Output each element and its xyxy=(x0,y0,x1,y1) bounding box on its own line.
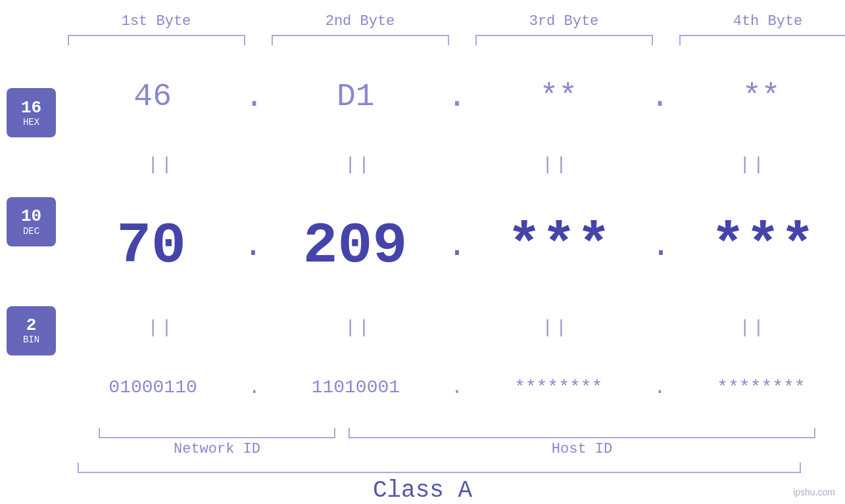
dec-b2-cell: 209 xyxy=(266,214,444,279)
network-id-label: Network ID xyxy=(99,441,335,457)
class-section: Class A xyxy=(0,463,845,504)
dec-b4: *** xyxy=(711,214,815,279)
bin-row: 01000110 . 11010001 . ******** . *******… xyxy=(62,377,845,399)
bin-b4-cell: ******** xyxy=(672,377,845,398)
bracket-byte2 xyxy=(272,35,449,45)
eq5: || xyxy=(72,317,250,338)
hex-dot3: . xyxy=(650,78,670,116)
eq1: || xyxy=(72,154,250,175)
bin-badge-num: 2 xyxy=(26,316,37,335)
host-id-label: Host ID xyxy=(349,441,815,457)
bin-dot2: . xyxy=(451,377,463,399)
hex-row: 46 . D1 . ** . ** xyxy=(62,78,845,116)
bracket-byte3 xyxy=(475,35,653,45)
hex-b4-cell: ** xyxy=(673,79,845,114)
dec-b3: *** xyxy=(507,214,611,279)
hex-b4: ** xyxy=(742,79,781,114)
eq8: || xyxy=(664,317,842,338)
bin-b1: 01000110 xyxy=(109,377,197,398)
eq7: || xyxy=(467,317,644,338)
dec-dot3: . xyxy=(651,227,671,265)
main-area: 16 HEX 10 DEC 2 BIN 46 . D1 xyxy=(0,58,845,424)
hex-badge: 16 HEX xyxy=(7,88,56,137)
bottom-brackets xyxy=(89,428,815,438)
eq2: || xyxy=(270,154,447,175)
hex-b2-cell: D1 xyxy=(267,79,445,114)
dec-dot2: . xyxy=(447,227,467,265)
badges-column: 16 HEX 10 DEC 2 BIN xyxy=(0,58,62,424)
dec-b4-cell: *** xyxy=(674,214,845,279)
dec-b2: 209 xyxy=(303,214,407,279)
bin-badge-type: BIN xyxy=(23,334,39,345)
top-brackets xyxy=(55,35,846,45)
byte2-label: 2nd Byte xyxy=(272,13,449,30)
hex-b1: 46 xyxy=(133,79,172,114)
byte1-label: 1st Byte xyxy=(68,13,245,30)
hex-badge-type: HEX xyxy=(23,117,39,127)
hex-badge-num: 16 xyxy=(21,99,41,118)
class-label: Class A xyxy=(0,477,845,504)
hex-dot1: . xyxy=(244,78,264,116)
byte3-label: 3rd Byte xyxy=(475,13,653,30)
hex-b3: ** xyxy=(539,79,577,114)
dec-badge-num: 10 xyxy=(21,207,41,226)
dec-dot1: . xyxy=(243,227,263,265)
bin-b3-cell: ******** xyxy=(470,377,647,398)
dec-badge: 10 DEC xyxy=(7,197,56,246)
main-container: 1st Byte 2nd Byte 3rd Byte 4th Byte 16 H… xyxy=(0,0,845,504)
data-area: 46 . D1 . ** . ** || || || || xyxy=(62,58,845,424)
dec-b1: 70 xyxy=(116,214,186,279)
hex-b1-cell: 46 xyxy=(64,79,241,114)
equals-row-1: || || || || xyxy=(62,154,845,175)
dec-badge-type: DEC xyxy=(23,226,39,237)
hex-dot2: . xyxy=(447,78,467,116)
network-bracket xyxy=(99,428,335,438)
class-bracket xyxy=(78,463,801,473)
bin-b2: 11010001 xyxy=(312,377,400,398)
bottom-section: Network ID Host ID xyxy=(0,428,845,457)
equals-row-2: || || || || xyxy=(62,317,845,338)
hex-b2: D1 xyxy=(337,79,375,114)
bin-b3: ******** xyxy=(514,377,602,398)
bracket-byte1 xyxy=(68,35,245,45)
bin-b1-cell: 01000110 xyxy=(64,377,242,398)
header-row: 1st Byte 2nd Byte 3rd Byte 4th Byte xyxy=(55,13,846,30)
eq4: || xyxy=(664,154,842,175)
bin-badge: 2 BIN xyxy=(7,306,56,355)
dec-b1-cell: 70 xyxy=(62,214,240,279)
watermark: ipshu.com xyxy=(793,487,835,497)
bin-b2-cell: 11010001 xyxy=(267,377,445,398)
host-bracket xyxy=(349,428,815,438)
bin-dot1: . xyxy=(249,377,260,399)
eq6: || xyxy=(270,317,447,338)
dec-b3-cell: *** xyxy=(470,214,648,279)
bin-dot3: . xyxy=(654,377,665,399)
dec-row: 70 . 209 . *** . *** xyxy=(62,214,845,279)
eq3: || xyxy=(467,154,644,175)
hex-b3-cell: ** xyxy=(470,79,647,114)
byte4-label: 4th Byte xyxy=(679,13,846,30)
bin-b4: ******** xyxy=(717,377,805,398)
bracket-byte4 xyxy=(679,35,846,45)
id-labels: Network ID Host ID xyxy=(89,441,815,457)
